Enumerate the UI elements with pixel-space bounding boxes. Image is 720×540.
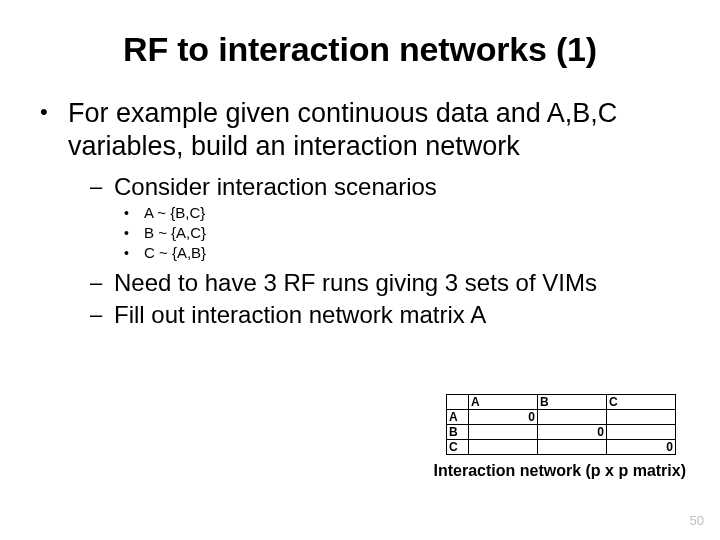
bullet-dot: • bbox=[40, 97, 68, 127]
bullet-text: C ~ {A,B} bbox=[144, 243, 206, 263]
table-row: C 0 bbox=[447, 440, 676, 455]
bullet-lvl3: • C ~ {A,B} bbox=[124, 243, 686, 263]
cell bbox=[607, 410, 676, 425]
cell bbox=[607, 425, 676, 440]
bullet-dash: – bbox=[90, 301, 114, 329]
cell bbox=[538, 440, 607, 455]
col-header: B bbox=[538, 395, 607, 410]
matrix-caption: Interaction network (p x p matrix) bbox=[346, 462, 686, 480]
bullet-text: Need to have 3 RF runs giving 3 sets of … bbox=[114, 269, 597, 297]
bullet-lvl1: • For example given continuous data and … bbox=[40, 97, 686, 329]
cell: 0 bbox=[469, 410, 538, 425]
row-header: B bbox=[447, 425, 469, 440]
cell bbox=[469, 425, 538, 440]
table-row: A B C bbox=[447, 395, 676, 410]
cell bbox=[538, 410, 607, 425]
bullet-lvl3: • A ~ {B,C} bbox=[124, 203, 686, 223]
col-header: A bbox=[469, 395, 538, 410]
bullet-lvl3: • B ~ {A,C} bbox=[124, 223, 686, 243]
bullet-dot-small: • bbox=[124, 243, 144, 263]
table-row: A 0 bbox=[447, 410, 676, 425]
bullet-dash: – bbox=[90, 269, 114, 297]
matrix-table-wrap: A B C A 0 B 0 C 0 bbox=[446, 394, 676, 455]
cell: 0 bbox=[538, 425, 607, 440]
cell: 0 bbox=[607, 440, 676, 455]
cell bbox=[469, 440, 538, 455]
bullet-dash: – bbox=[90, 173, 114, 201]
row-header: A bbox=[447, 410, 469, 425]
bullet-text: Consider interaction scenarios bbox=[114, 173, 437, 201]
bullet-dot-small: • bbox=[124, 223, 144, 243]
bullet-text: For example given continuous data and A,… bbox=[68, 97, 686, 163]
corner-cell bbox=[447, 395, 469, 410]
slide: RF to interaction networks (1) • For exa… bbox=[0, 0, 720, 540]
bullet-text: B ~ {A,C} bbox=[144, 223, 206, 243]
table-row: B 0 bbox=[447, 425, 676, 440]
slide-body: • For example given continuous data and … bbox=[34, 97, 686, 329]
bullet-lvl2: – Need to have 3 RF runs giving 3 sets o… bbox=[90, 269, 686, 297]
bullet-text: A ~ {B,C} bbox=[144, 203, 205, 223]
col-header: C bbox=[607, 395, 676, 410]
bullet-text: Fill out interaction network matrix A bbox=[114, 301, 486, 329]
interaction-matrix: A B C A 0 B 0 C 0 bbox=[446, 394, 676, 455]
page-number: 50 bbox=[690, 513, 704, 528]
bullet-dot-small: • bbox=[124, 203, 144, 223]
slide-title: RF to interaction networks (1) bbox=[34, 30, 686, 69]
bullet-lvl2: – Fill out interaction network matrix A bbox=[90, 301, 686, 329]
row-header: C bbox=[447, 440, 469, 455]
bullet-lvl2: – Consider interaction scenarios • A ~ {… bbox=[90, 173, 686, 263]
